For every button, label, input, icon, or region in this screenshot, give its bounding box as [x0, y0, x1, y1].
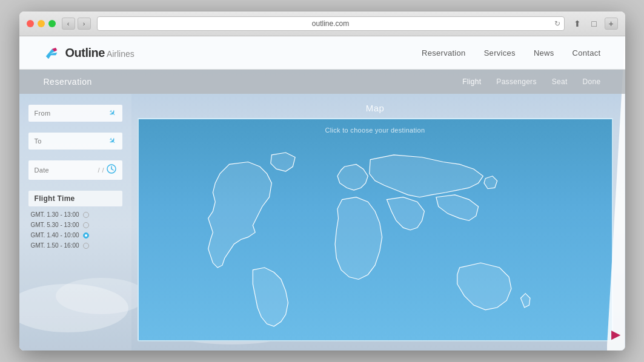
time-option-1[interactable]: GMT. 5.30 - 13:00: [28, 222, 122, 228]
nav-services[interactable]: Services: [484, 48, 516, 58]
url-text: outline.com: [312, 19, 349, 28]
date-field[interactable]: Date / /: [28, 160, 122, 180]
clock-icon: [107, 164, 116, 176]
logo-icon: [44, 44, 61, 61]
maximize-traffic-light[interactable]: [48, 20, 56, 27]
date-label: Date: [35, 166, 98, 174]
reservation-steps: Flight Passengers Seat Done: [462, 77, 600, 86]
main-content: From ✈ To ✈ Date / /: [19, 94, 625, 350]
new-tab-button[interactable]: +: [605, 18, 618, 30]
from-field[interactable]: From ✈: [28, 105, 122, 122]
map-container[interactable]: Click to choose your destination: [138, 118, 613, 341]
top-nav: Outline Airlines Reservation Services Ne…: [19, 36, 625, 70]
svg-line-2: [111, 169, 113, 170]
time-radio-3[interactable]: [83, 243, 89, 249]
nav-contact[interactable]: Contact: [573, 48, 601, 58]
to-label: To: [35, 137, 109, 145]
world-map-svg: [167, 145, 583, 333]
close-traffic-light[interactable]: [27, 20, 34, 27]
step-done[interactable]: Done: [583, 77, 601, 86]
time-radio-0[interactable]: [83, 212, 89, 218]
time-option-2[interactable]: GMT. 1.40 - 10:00: [28, 232, 122, 239]
flight-time-label: Flight Time: [28, 191, 122, 206]
address-bar[interactable]: outline.com ↻: [97, 16, 565, 31]
refresh-button[interactable]: ↻: [554, 19, 560, 28]
reservation-bar: Reservation Flight Passengers Seat Done: [19, 70, 625, 94]
minimize-traffic-light[interactable]: [38, 20, 45, 27]
step-seat[interactable]: Seat: [552, 77, 568, 86]
forward-button[interactable]: ›: [78, 18, 91, 30]
reservation-title: Reservation: [44, 77, 463, 87]
map-hint: Click to choose your destination: [325, 127, 425, 134]
logo-text: Outline Airlines: [65, 46, 134, 60]
website: Outline Airlines Reservation Services Ne…: [19, 36, 625, 350]
flight-time-section: Flight Time GMT. 1.30 - 13:00 GMT. 5.30 …: [28, 191, 122, 249]
back-button[interactable]: ‹: [62, 18, 75, 30]
time-option-3-label: GMT. 1.50 - 16:00: [31, 242, 79, 249]
browser-window: ‹ › outline.com ↻ ⬆ □ +: [19, 12, 625, 350]
share-button[interactable]: ⬆: [571, 18, 584, 30]
date-separator2: /: [102, 166, 104, 174]
browser-actions: ⬆ □ +: [571, 18, 618, 30]
logo-airlines: Airlines: [107, 49, 134, 59]
time-option-2-label: GMT. 1.40 - 10:00: [31, 232, 79, 239]
play-button[interactable]: ▶: [611, 327, 620, 341]
time-radio-2[interactable]: [83, 232, 89, 239]
to-field[interactable]: To ✈: [28, 133, 122, 150]
date-separator1: /: [98, 166, 99, 174]
traffic-lights: [27, 20, 56, 27]
time-radio-1[interactable]: [83, 222, 89, 228]
sidebar: From ✈ To ✈ Date / /: [19, 94, 131, 350]
map-area: Map Click to choose your destination: [131, 94, 625, 350]
logo-outline: Outline: [65, 46, 105, 60]
bookmark-button[interactable]: □: [588, 18, 601, 30]
step-flight[interactable]: Flight: [462, 77, 481, 86]
step-passengers[interactable]: Passengers: [496, 77, 536, 86]
time-option-0[interactable]: GMT. 1.30 - 13:00: [28, 211, 122, 218]
time-option-3[interactable]: GMT. 1.50 - 16:00: [28, 242, 122, 249]
nav-reservation[interactable]: Reservation: [422, 48, 466, 58]
browser-chrome: ‹ › outline.com ↻ ⬆ □ +: [19, 12, 625, 36]
nav-links: Reservation Services News Contact: [422, 48, 601, 58]
browser-nav-buttons: ‹ ›: [62, 18, 91, 30]
time-option-1-label: GMT. 5.30 - 13:00: [31, 222, 79, 228]
map-title: Map: [366, 103, 385, 113]
time-option-0-label: GMT. 1.30 - 13:00: [31, 211, 79, 218]
nav-news[interactable]: News: [534, 48, 554, 58]
from-label: From: [35, 110, 109, 117]
logo-area: Outline Airlines: [44, 44, 422, 61]
